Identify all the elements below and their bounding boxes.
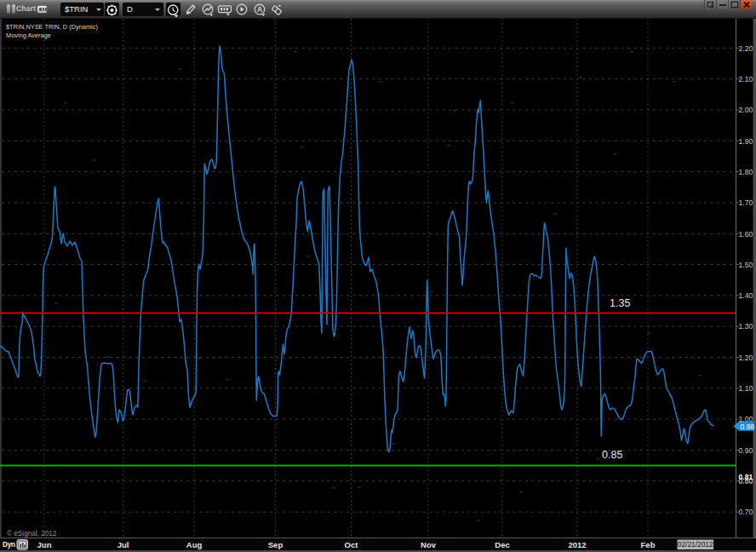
svg-text:2.00: 2.00 (739, 106, 753, 114)
svg-text:$TRIN,NYSE TRIN, D (Dynamic): $TRIN,NYSE TRIN, D (Dynamic) (6, 23, 98, 31)
svg-text:0.90: 0.90 (739, 446, 753, 455)
svg-text:02/21/2012: 02/21/2012 (678, 540, 713, 549)
svg-text:A: A (256, 5, 261, 14)
svg-text:Sep: Sep (268, 540, 284, 549)
svg-text:1.50: 1.50 (739, 261, 753, 269)
svg-text:0.81: 0.81 (739, 473, 753, 481)
svg-text:1.20: 1.20 (739, 354, 753, 362)
svg-text:Moving Average: Moving Average (6, 32, 51, 39)
svg-text:2.10: 2.10 (739, 75, 753, 83)
svg-text:1.80: 1.80 (739, 168, 753, 176)
svg-text:© eSignal, 2012: © eSignal, 2012 (7, 530, 57, 538)
svg-text:Oct: Oct (345, 540, 359, 549)
svg-text:Jun: Jun (37, 540, 52, 549)
svg-text:0.70: 0.70 (739, 508, 753, 516)
svg-text:Nov: Nov (421, 540, 437, 549)
svg-text:1.40: 1.40 (739, 291, 753, 300)
svg-text:1.30: 1.30 (739, 322, 753, 331)
svg-text:2.20: 2.20 (739, 44, 753, 53)
svg-text:0.85: 0.85 (602, 449, 622, 461)
svg-text:1.70: 1.70 (739, 198, 753, 207)
svg-text:1.10: 1.10 (739, 384, 753, 393)
svg-text:1.60: 1.60 (739, 230, 753, 239)
svg-text:2012: 2012 (568, 540, 586, 549)
svg-text:Dec: Dec (495, 540, 509, 549)
svg-text:1.35: 1.35 (610, 297, 630, 309)
svg-text:1.90: 1.90 (739, 137, 753, 146)
svg-text:Dyn: Dyn (3, 541, 15, 549)
svg-text:Feb: Feb (641, 540, 656, 549)
svg-text:Jul: Jul (117, 540, 129, 549)
svg-text:0.98: 0.98 (741, 423, 755, 431)
svg-text:Aug: Aug (186, 540, 203, 549)
